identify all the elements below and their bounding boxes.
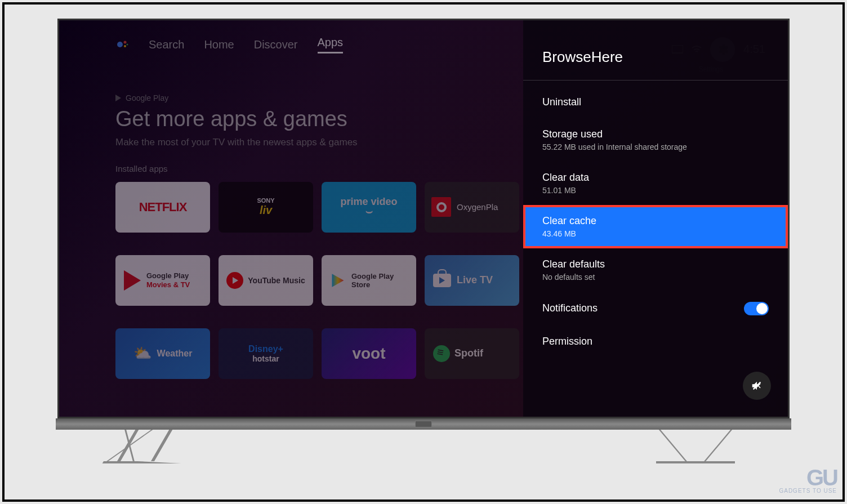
tv-container: Search Home Discover Apps 4:51 Settings (46, 19, 801, 463)
play-store-icon (330, 273, 346, 288)
clear-defaults-value: No defaults set (542, 273, 769, 282)
tv-leg-right (656, 430, 735, 463)
live-tv-text: Live TV (457, 274, 493, 286)
spotify-text: Spotif (454, 347, 483, 359)
oxygen-text: OxygenPla (457, 202, 498, 212)
play-store-text: Google Play Store (351, 272, 394, 289)
spotify-icon (433, 345, 450, 362)
tv-leg-left (102, 430, 201, 463)
app-row: ⛅ Weather Disney+ hotstar voot Spotif (115, 328, 519, 379)
storage-used-label: Storage used (542, 128, 769, 140)
svg-point-3 (127, 44, 128, 46)
nav-home[interactable]: Home (204, 38, 234, 51)
app-settings-panel: BrowseHere Uninstall Storage used 55.22 … (523, 20, 788, 417)
main-content: Google Play Get more apps & games Make t… (115, 93, 519, 379)
app-grid: NETFLIX SONY liv prime video ⌣ OxygenPla (115, 182, 519, 379)
app-tile-oxygenplay[interactable]: OxygenPla (425, 182, 519, 233)
svg-point-1 (124, 41, 127, 44)
app-tile-google-play-movies[interactable]: Google Play Movies & TV (115, 255, 210, 306)
clear-cache-label: Clear cache (542, 215, 769, 227)
tv-stand (56, 430, 791, 463)
clear-data-label: Clear data (542, 172, 769, 184)
app-tile-sonyliv[interactable]: SONY liv (219, 182, 313, 233)
panel-divider (523, 80, 788, 81)
sonyliv-text: SONY (257, 197, 274, 204)
sonyliv-logo: liv (260, 204, 272, 217)
play-movies-text: Google Play Movies & TV (146, 271, 190, 289)
app-tile-spotify[interactable]: Spotif (425, 328, 519, 379)
hero-subtitle: Make the most of your TV with the newest… (115, 137, 519, 148)
panel-title: BrowseHere (523, 48, 788, 80)
nav-discover[interactable]: Discover (254, 38, 298, 51)
tv-bezel (56, 418, 791, 430)
app-tile-voot[interactable]: voot (322, 328, 416, 379)
notifications-option[interactable]: Notifications (523, 292, 788, 325)
app-tile-youtube-music[interactable]: YouTube Music (219, 255, 313, 306)
app-row: NETFLIX SONY liv prime video ⌣ OxygenPla (115, 182, 519, 233)
hotstar-text: hotstar (252, 354, 279, 363)
youtube-music-icon (226, 272, 243, 289)
app-tile-play-store[interactable]: Google Play Store (322, 255, 416, 306)
nav-apps[interactable]: Apps (318, 36, 344, 53)
clear-defaults-option[interactable]: Clear defaults No defaults set (523, 248, 788, 292)
uninstall-option[interactable]: Uninstall (523, 86, 788, 118)
uninstall-label: Uninstall (542, 96, 769, 108)
outer-frame: Search Home Discover Apps 4:51 Settings (2, 2, 845, 502)
prime-smile-icon: ⌣ (365, 205, 373, 218)
installed-apps-label: Installed apps (115, 164, 519, 173)
storage-used-value: 55.22 MB used in Internal shared storage (542, 142, 769, 151)
weather-text: Weather (157, 349, 193, 359)
watermark-text: GADGETS TO USE (779, 488, 837, 494)
play-movies-icon (124, 270, 141, 291)
svg-point-2 (124, 45, 126, 47)
hero-title: Get more apps & games (115, 107, 519, 131)
svg-point-0 (117, 42, 123, 47)
clear-data-value: 51.01 MB (542, 186, 769, 195)
watermark: GU GADGETS TO USE (779, 467, 837, 494)
nav-search[interactable]: Search (149, 38, 184, 51)
notifications-toggle[interactable] (744, 302, 769, 315)
oxygen-icon (431, 197, 451, 217)
clear-data-option[interactable]: Clear data 51.01 MB (523, 162, 788, 205)
clear-defaults-label: Clear defaults (542, 258, 769, 270)
clear-cache-option[interactable]: Clear cache 43.46 MB (523, 205, 788, 248)
app-tile-disney-hotstar[interactable]: Disney+ hotstar (219, 328, 313, 379)
app-tile-weather[interactable]: ⛅ Weather (115, 328, 210, 379)
play-triangle-icon (115, 95, 121, 101)
permission-option[interactable]: Permission (523, 325, 788, 358)
app-tile-netflix[interactable]: NETFLIX (115, 182, 210, 233)
permission-label: Permission (542, 336, 769, 347)
live-tv-icon (433, 274, 451, 287)
app-tile-primevideo[interactable]: prime video ⌣ (322, 182, 416, 233)
mute-button[interactable] (743, 372, 771, 400)
top-nav: Search Home Discover Apps (115, 36, 343, 53)
play-label-text: Google Play (126, 93, 168, 102)
tv-screen: Search Home Discover Apps 4:51 Settings (57, 19, 790, 418)
google-assistant-icon (115, 38, 129, 51)
clear-cache-value: 43.46 MB (542, 229, 769, 238)
app-row: Google Play Movies & TV YouTube Music Go… (115, 255, 519, 306)
tv-brand-logo (415, 421, 432, 427)
storage-used-option[interactable]: Storage used 55.22 MB used in Internal s… (523, 118, 788, 162)
app-tile-live-tv[interactable]: Live TV (425, 255, 519, 306)
watermark-logo: GU (779, 467, 837, 488)
speaker-mute-icon (751, 380, 763, 392)
weather-icon: ⛅ (133, 345, 151, 362)
notifications-label: Notifications (542, 302, 598, 314)
google-play-label: Google Play (115, 93, 519, 102)
youtube-music-text: YouTube Music (248, 276, 305, 285)
hotstar-disney-text: Disney+ (248, 344, 283, 354)
